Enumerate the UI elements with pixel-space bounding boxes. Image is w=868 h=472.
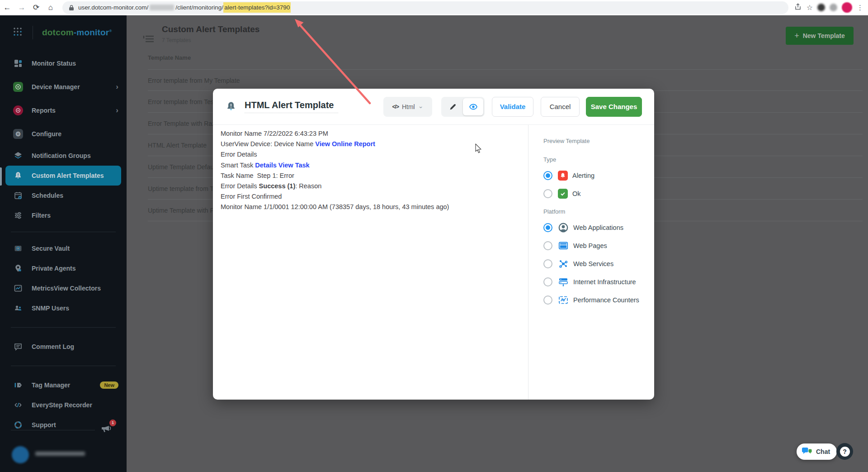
- sidebar-item-monitor-status[interactable]: Monitor Status: [0, 52, 127, 75]
- platform-option-internet-infrastructure[interactable]: Internet Infrastructure: [543, 273, 650, 291]
- sidebar-item-schedules[interactable]: Schedules: [0, 186, 127, 205]
- apps-grid-icon[interactable]: [13, 27, 23, 38]
- validate-button[interactable]: Validate: [492, 97, 533, 117]
- sidebar-item-device-manager[interactable]: Device Manager ›: [0, 75, 127, 99]
- option-label: Ok: [572, 190, 581, 197]
- preview-mode-button[interactable]: [463, 98, 483, 115]
- list-view-icon[interactable]: [143, 33, 155, 46]
- panel-title: Preview Template: [543, 138, 650, 144]
- sidebar-item-label: Reports: [32, 107, 56, 114]
- sidebar-item-metricsview-collectors[interactable]: MetricsView Collectors: [0, 278, 127, 298]
- url-prefix: user.dotcom-monitor.com/: [78, 4, 148, 11]
- radio-unselected[interactable]: [543, 296, 552, 305]
- sidebar-item-notification-groups[interactable]: Notification Groups: [0, 146, 127, 166]
- pencil-icon: [449, 103, 457, 111]
- sidebar-item-comment-log[interactable]: Comment Log: [0, 337, 127, 357]
- extension-icon[interactable]: [817, 4, 825, 11]
- chevron-right-icon: ›: [116, 106, 118, 115]
- option-label: Web Services: [573, 260, 613, 267]
- browser-menu-icon[interactable]: ⋮: [857, 4, 863, 12]
- share-icon[interactable]: [794, 3, 802, 13]
- format-dropdown[interactable]: </> Html ⌄: [383, 97, 432, 117]
- divider: [11, 327, 116, 328]
- platform-option-web-pages[interactable]: Web Pages: [543, 237, 650, 255]
- dotcom-monitor-logo[interactable]: dotcom-monitor®: [42, 28, 112, 38]
- snmp-users-icon: [13, 303, 24, 314]
- type-option-alerting[interactable]: Alerting: [543, 167, 650, 185]
- preview-line: Monitor Name 7/22/2022 6:43:23 PM: [221, 129, 519, 139]
- radio-selected[interactable]: [543, 171, 552, 180]
- radio-unselected[interactable]: [543, 189, 552, 198]
- eye-icon: [469, 102, 478, 111]
- platform-option-web-applications[interactable]: Web Applications: [543, 219, 650, 237]
- dialog-body: Monitor Name 7/22/2022 6:43:23 PM UserVi…: [213, 125, 654, 400]
- sidebar-item-label: EveryStep Recorder: [32, 401, 92, 409]
- plus-icon: +: [794, 31, 799, 41]
- sidebar-item-label: Device Manager: [32, 83, 80, 91]
- chat-button[interactable]: Chat: [797, 443, 837, 460]
- sidebar-nav: Monitor Status Device Manager › Reports …: [0, 50, 127, 435]
- sidebar-item-custom-alert-templates[interactable]: Custom Alert Templates: [5, 166, 121, 186]
- url-highlighted-segment: alert-templates?id=3790: [223, 2, 291, 13]
- sidebar-item-secure-vault[interactable]: Secure Vault: [0, 238, 127, 258]
- preview-line: UserView Device: Device Name View Online…: [221, 139, 519, 149]
- sidebar-item-filters[interactable]: Filters: [0, 205, 127, 225]
- sidebar-item-private-agents[interactable]: Private Agents: [0, 258, 127, 278]
- option-label: Alerting: [572, 172, 594, 179]
- edit-preview-toggle: [441, 97, 485, 117]
- radio-selected[interactable]: [543, 223, 552, 232]
- page-subtitle: 7 Templates: [162, 37, 191, 43]
- type-group-label: Type: [543, 156, 650, 163]
- platform-option-web-services[interactable]: Web Services: [543, 255, 650, 273]
- comment-log-icon: [13, 341, 24, 352]
- new-template-button[interactable]: + New Template: [786, 27, 854, 45]
- preview-line: Error Details: [221, 149, 519, 160]
- configure-gear-icon: ⚙: [13, 129, 24, 139]
- announcements-megaphone-icon[interactable]: 1: [100, 423, 112, 435]
- preview-text: : Reason: [295, 182, 321, 190]
- preview-text: UserView Device: Device Name: [221, 140, 315, 148]
- preview-text: Monitor Name 1/1/0001 12:00:00 AM (73835…: [221, 203, 449, 210]
- address-bar[interactable]: user.dotcom-monitor.com/ /client/monitor…: [62, 1, 788, 14]
- cancel-button[interactable]: Cancel: [541, 97, 580, 117]
- extension-icon[interactable]: [830, 4, 837, 11]
- dialog-title: HTML Alert Template: [245, 100, 338, 113]
- sidebar-item-label: Filters: [32, 212, 51, 219]
- bookmark-star-icon[interactable]: ☆: [807, 3, 813, 12]
- help-button[interactable]: ?: [836, 443, 853, 460]
- code-icon: </>: [392, 104, 399, 110]
- browser-profile-avatar[interactable]: [842, 2, 852, 13]
- refresh-icon[interactable]: ⟳: [29, 0, 43, 15]
- notification-groups-icon: [13, 150, 24, 161]
- save-changes-button[interactable]: Save Changes: [586, 97, 642, 117]
- sidebar-item-configure[interactable]: ⚙ Configure: [0, 122, 127, 146]
- alert-bell-icon: [13, 170, 24, 181]
- sidebar-item-everystep-recorder[interactable]: EveryStep Recorder: [0, 395, 127, 415]
- user-account[interactable]: [12, 446, 85, 463]
- sidebar-item-snmp-users[interactable]: SNMP Users: [0, 298, 127, 318]
- schedules-calendar-icon: [13, 190, 24, 201]
- preview-line: Error Details Success (1): Reason: [221, 181, 519, 191]
- radio-unselected[interactable]: [543, 241, 552, 250]
- details-view-task-link[interactable]: Details View Task: [255, 162, 309, 169]
- type-option-ok[interactable]: Ok: [543, 185, 650, 203]
- back-icon[interactable]: ←: [0, 0, 14, 15]
- sidebar-item-tag-manager[interactable]: Tag Manager New: [0, 375, 127, 395]
- chat-label: Chat: [816, 448, 830, 455]
- radio-unselected[interactable]: [543, 277, 552, 286]
- home-icon[interactable]: ⌂: [43, 0, 58, 15]
- forward-icon[interactable]: →: [14, 0, 29, 15]
- private-agents-pin-icon: [13, 263, 24, 274]
- table-row[interactable]: Error template from My Template: [148, 69, 863, 91]
- preview-text: Monitor Name 7/22/2022 6:43:23 PM: [221, 130, 328, 137]
- preview-line: Task Name Step 1: Error: [221, 171, 519, 181]
- platform-option-performance-counters[interactable]: Performance Counters: [543, 291, 650, 309]
- web-pages-icon: [558, 240, 569, 251]
- page-title: Custom Alert Templates: [162, 24, 259, 34]
- radio-unselected[interactable]: [543, 259, 552, 268]
- internet-infrastructure-icon: [558, 277, 569, 287]
- divider: [33, 26, 33, 39]
- view-online-report-link[interactable]: View Online Report: [315, 140, 375, 148]
- edit-mode-button[interactable]: [443, 98, 463, 115]
- sidebar-item-reports[interactable]: Reports ›: [0, 99, 127, 122]
